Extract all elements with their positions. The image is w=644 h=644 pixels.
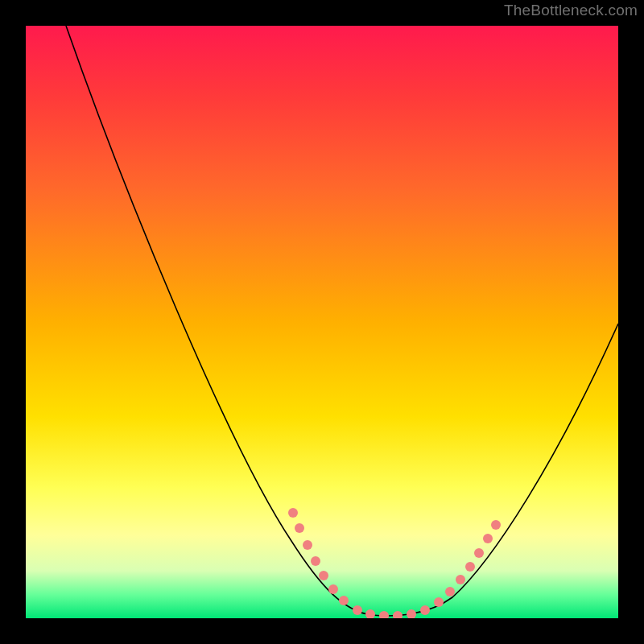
plot-area — [26, 26, 618, 618]
svg-point-13 — [434, 597, 444, 607]
svg-point-1 — [295, 523, 304, 533]
svg-point-19 — [491, 520, 501, 530]
svg-point-3 — [311, 556, 320, 566]
svg-point-6 — [339, 596, 349, 605]
curve-dots-right — [434, 520, 501, 607]
svg-point-17 — [474, 548, 484, 558]
svg-point-12 — [420, 605, 430, 615]
svg-point-15 — [456, 575, 465, 584]
curve-path — [66, 26, 618, 616]
svg-point-14 — [445, 587, 455, 597]
svg-point-5 — [328, 584, 338, 594]
svg-point-0 — [288, 508, 298, 518]
svg-point-9 — [379, 611, 389, 618]
curve-dots-left — [288, 508, 349, 605]
svg-point-4 — [319, 571, 328, 580]
svg-point-8 — [365, 609, 375, 618]
bottleneck-curve — [26, 26, 618, 618]
svg-point-10 — [393, 611, 402, 618]
svg-point-16 — [465, 562, 475, 572]
svg-point-18 — [483, 534, 493, 543]
chart-frame — [13, 13, 631, 631]
svg-point-2 — [303, 540, 312, 550]
svg-point-11 — [407, 609, 416, 618]
svg-point-7 — [353, 605, 362, 615]
